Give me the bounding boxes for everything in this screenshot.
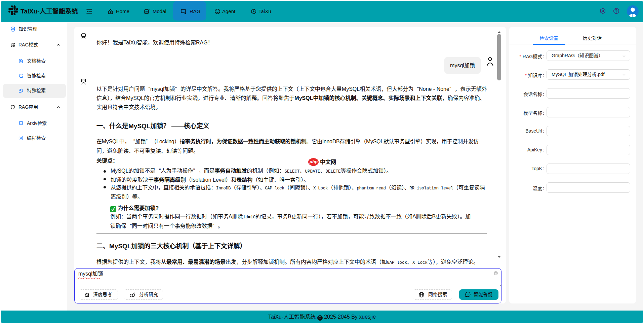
svg-text:AI: AI [145, 10, 148, 13]
